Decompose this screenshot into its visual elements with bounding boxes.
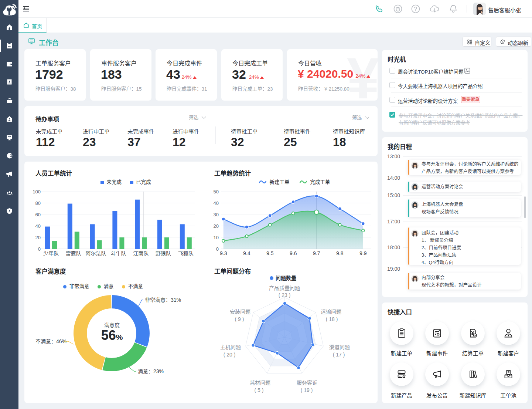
svg-text:9.5: 9.5	[266, 250, 274, 256]
svg-text:服务客诉: 服务客诉	[297, 380, 317, 386]
svg-text:江南队: 江南队	[133, 250, 149, 256]
svg-text:20: 20	[35, 235, 41, 240]
svg-text:9.6: 9.6	[290, 250, 297, 256]
svg-text:( 23 ): ( 23 )	[279, 292, 291, 298]
svg-text:渠道问题: 渠道问题	[329, 344, 350, 350]
svg-text:非常满意：31%: 非常满意：31%	[145, 297, 181, 303]
svg-text:50: 50	[214, 189, 219, 195]
svg-text:20: 20	[214, 223, 219, 229]
svg-text:满意：23%: 满意：23%	[138, 368, 164, 374]
svg-text:0: 0	[216, 246, 219, 252]
svg-text:斗牛队: 斗牛队	[110, 250, 126, 256]
svg-text:0: 0	[38, 246, 41, 252]
svg-text:( 18 ): ( 18 )	[326, 316, 338, 322]
svg-text:阿尔法队: 阿尔法队	[86, 250, 106, 256]
svg-text:问题数量: 问题数量	[276, 275, 296, 281]
svg-text:产品质量问题: 产品质量问题	[269, 285, 300, 291]
svg-text:80: 80	[35, 200, 41, 206]
svg-text:100: 100	[33, 189, 41, 195]
svg-text:9.8: 9.8	[336, 250, 344, 256]
svg-text:60: 60	[35, 212, 41, 217]
svg-text:9.4: 9.4	[243, 250, 250, 256]
svg-text:( 9 ): ( 9 )	[235, 316, 244, 322]
svg-text:56%: 56%	[101, 328, 123, 343]
svg-text:9.3: 9.3	[220, 250, 227, 256]
svg-text:雷霆队: 雷霆队	[66, 250, 81, 256]
svg-text:30: 30	[214, 212, 219, 217]
svg-text:野狼队: 野狼队	[156, 250, 171, 256]
svg-text:运输问题: 运输问题	[321, 309, 341, 315]
svg-text:9.9: 9.9	[359, 250, 367, 256]
svg-text:不满意：46%: 不满意：46%	[35, 338, 66, 344]
svg-text:( 5 ): ( 5 )	[255, 387, 264, 393]
svg-text:主机问题: 主机问题	[220, 344, 241, 350]
svg-text:( 17 ): ( 17 )	[333, 352, 345, 358]
svg-text:( 19 ): ( 19 )	[301, 387, 313, 393]
svg-text:40: 40	[214, 200, 219, 206]
svg-text:9.7: 9.7	[313, 250, 320, 256]
svg-text:少年队: 少年队	[43, 250, 59, 256]
svg-text:( 20 ): ( 20 )	[224, 352, 236, 358]
svg-text:10: 10	[214, 235, 219, 240]
svg-text:满意度: 满意度	[104, 322, 120, 328]
svg-text:耗材问题: 耗材问题	[250, 380, 270, 386]
svg-text:飞狐队: 飞狐队	[178, 250, 194, 256]
svg-text:40: 40	[35, 223, 41, 229]
svg-text:安装问题: 安装问题	[230, 309, 250, 315]
